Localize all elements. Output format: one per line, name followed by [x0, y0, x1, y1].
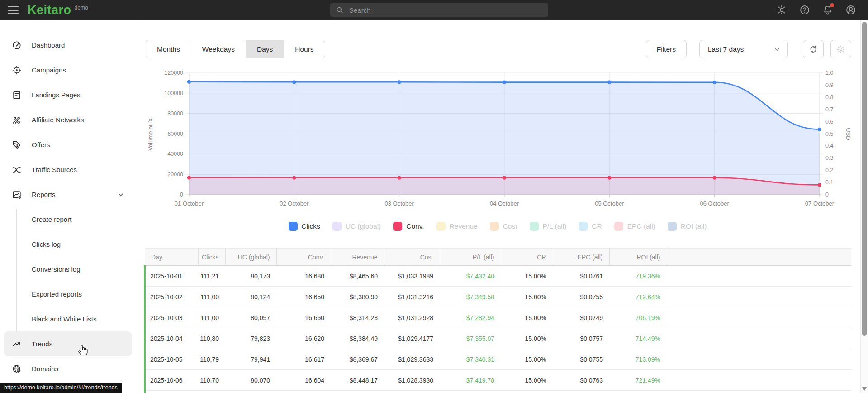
- cell-day: 2025-10-01: [145, 266, 198, 287]
- cell-clicks: 110,70: [198, 370, 225, 391]
- gear-icon[interactable]: [776, 5, 787, 15]
- legend-item-cost[interactable]: Cost: [490, 222, 517, 231]
- svg-text:0.1: 0.1: [825, 179, 833, 186]
- account-icon[interactable]: [845, 5, 856, 15]
- cell-cr: 15.00%: [501, 266, 553, 287]
- column-header-cost[interactable]: Cost: [384, 249, 440, 266]
- main-content: MonthsWeekdaysDaysHours Filters Last 7 d…: [136, 20, 860, 393]
- tab-days[interactable]: Days: [246, 40, 284, 58]
- sidebar-item-exported-reports[interactable]: Exported reports: [0, 282, 136, 307]
- legend-item-uc-global[interactable]: UC (global): [332, 222, 381, 231]
- sidebar-item-campaigns[interactable]: Campaigns: [0, 58, 136, 82]
- legend-item-cr[interactable]: CR: [579, 222, 602, 231]
- cell-p-l-all: $7,349.58: [440, 287, 501, 307]
- legend-item-epc-all[interactable]: EPC (all): [614, 222, 655, 231]
- filters-button[interactable]: Filters: [646, 40, 687, 58]
- sidebar-item-clicks-log[interactable]: Clicks log: [0, 232, 136, 257]
- legend-item-revenue[interactable]: Revenue: [436, 222, 478, 231]
- cell-filler: [667, 287, 851, 307]
- refresh-button[interactable]: [803, 40, 824, 58]
- traffic-icon: [12, 165, 22, 175]
- legend-item-roi-all[interactable]: ROI (all): [668, 222, 707, 231]
- column-header-roi-all[interactable]: ROI (all): [609, 249, 667, 266]
- legend-swatch: [332, 222, 342, 231]
- column-header-epc-all[interactable]: EPC (all): [553, 249, 609, 266]
- svg-text:80000: 80000: [167, 110, 183, 117]
- column-header-day[interactable]: Day: [145, 249, 198, 266]
- offers-icon: $: [12, 140, 22, 150]
- legend-label: P/L (all): [543, 222, 567, 230]
- hamburger-menu-icon[interactable]: [8, 6, 19, 14]
- legend-item-clicks[interactable]: Clicks: [289, 222, 320, 231]
- sidebar-item-landings-pages[interactable]: Landings Pages: [0, 82, 136, 107]
- sidebar-item-label: Black and White Lists: [32, 315, 96, 323]
- sidebar-item-trends[interactable]: Trends: [4, 331, 132, 356]
- legend-swatch: [490, 222, 499, 231]
- tab-months[interactable]: Months: [146, 40, 191, 58]
- svg-text:0.7: 0.7: [825, 106, 833, 113]
- chart-settings-button[interactable]: [830, 40, 851, 58]
- search-input[interactable]: [348, 6, 548, 14]
- cell-p-l-all: $7,419.78: [440, 370, 501, 391]
- sidebar-item-black-and-white-lists[interactable]: Black and White Lists: [0, 307, 136, 331]
- sidebar-item-traffic-sources[interactable]: Traffic Sources: [0, 157, 136, 182]
- scrollbar-down-arrow-icon[interactable]: [862, 387, 867, 391]
- sidebar-item-label: Landings Pages: [32, 91, 81, 99]
- cell-uc-global: 80,173: [225, 266, 276, 287]
- cell-cr: 15.00%: [501, 328, 553, 349]
- sidebar-item-dashboard[interactable]: Dashboard: [0, 33, 136, 58]
- cell-p-l-all: $4,253.84: [440, 391, 501, 393]
- legend-label: CR: [592, 222, 602, 230]
- sidebar-item-affiliate-networks[interactable]: Affiliate Networks: [0, 107, 136, 132]
- trends-chart: 02000040000600008000010000012000000.10.2…: [144, 63, 860, 222]
- tab-hours[interactable]: Hours: [284, 40, 324, 58]
- notifications-bell-icon[interactable]: [822, 5, 833, 15]
- sidebar-item-offers[interactable]: $Offers: [0, 132, 136, 157]
- chart-legend: ClicksUC (global)Conv.RevenueCostP/L (al…: [144, 222, 851, 231]
- column-header-uc-global[interactable]: UC (global): [225, 249, 276, 266]
- sidebar-item-reports[interactable]: Reports: [0, 182, 136, 207]
- svg-text:0: 0: [180, 192, 183, 198]
- sidebar-item-create-report[interactable]: Create report: [0, 207, 136, 232]
- help-icon[interactable]: [799, 5, 810, 15]
- cell-epc-all: $0.0757: [553, 328, 609, 349]
- chevron-down-icon: [117, 191, 125, 199]
- sidebar-item-conversions-log[interactable]: Conversions log: [0, 257, 136, 282]
- cell-revenue: $8,465.60: [331, 266, 384, 287]
- cell-filler: [667, 266, 851, 287]
- svg-text:07 October: 07 October: [805, 200, 835, 207]
- svg-text:0.5: 0.5: [825, 131, 833, 137]
- cell-roi-all: 712.18%: [609, 391, 667, 393]
- search-icon: [336, 6, 344, 14]
- cell-revenue: $8,369.67: [331, 349, 384, 370]
- legend-swatch: [668, 222, 677, 231]
- legend-item-conv[interactable]: Conv.: [393, 222, 424, 231]
- table-row: 2025-10-02111,0080,12416,650$8,380.90$1,…: [145, 287, 851, 307]
- column-header-conv[interactable]: Conv.: [276, 249, 331, 266]
- legend-item-p-l-all[interactable]: P/L (all): [530, 222, 567, 231]
- scrollbar-thumb[interactable]: [862, 22, 867, 336]
- cell-filler: [667, 370, 851, 391]
- cell-cost: $1,033.1989: [384, 266, 440, 287]
- cell-epc-all: $0.0763: [553, 370, 609, 391]
- cell-clicks: 110,80: [198, 328, 225, 349]
- cell-p-l-all: $7,355.07: [440, 328, 501, 349]
- cell-roi-all: 719.36%: [609, 266, 667, 287]
- cell-cr: 15.00%: [501, 391, 553, 393]
- sidebar-item-domains[interactable]: Domains: [0, 356, 136, 381]
- svg-text:0.8: 0.8: [825, 94, 833, 101]
- column-header-clicks[interactable]: Clicks: [198, 249, 225, 266]
- page-scrollbar[interactable]: [860, 20, 868, 393]
- date-range-select[interactable]: Last 7 days: [699, 40, 788, 58]
- cell-epc-all: $0.0755: [553, 287, 609, 307]
- column-header-revenue[interactable]: Revenue: [331, 249, 384, 266]
- column-header-p-l-all[interactable]: P/L (all): [440, 249, 501, 266]
- cell-filler: [667, 391, 851, 393]
- svg-text:120000: 120000: [164, 70, 183, 76]
- brand-logo: Keitaro: [28, 3, 71, 17]
- dashboard-icon: [12, 40, 22, 50]
- search-bar: [330, 3, 548, 17]
- tab-weekdays[interactable]: Weekdays: [191, 40, 246, 58]
- sidebar-item-label: Campaigns: [32, 66, 66, 74]
- column-header-cr[interactable]: CR: [501, 249, 553, 266]
